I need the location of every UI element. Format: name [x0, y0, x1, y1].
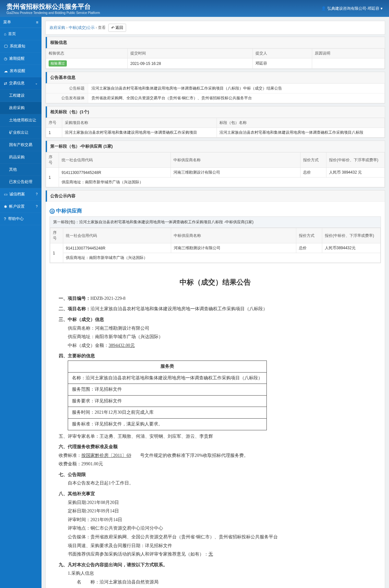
- basic-title: 公告基本信息: [46, 72, 385, 83]
- status-badge: 核验通过: [49, 60, 67, 67]
- sidebar-item-label: 首页: [8, 31, 16, 37]
- inner-sub: 第一标段(包)：沿河土家族自治县农村宅基地和集体建设用地房地一体调查确权工作采购…: [50, 217, 381, 228]
- article-title: 中标（成交）结果公告: [59, 276, 372, 289]
- content-title: 公告公示内容: [46, 190, 385, 202]
- winner-title: 第一标段（包）-中标供应商 (1家): [46, 141, 385, 152]
- winner-panel: 第一标段（包）-中标供应商 (1家) 序号 统一社会信用代码 中标供应商名称 报…: [45, 141, 385, 188]
- sidebar-subitem-4-2[interactable]: 土地使用权出让: [0, 114, 41, 127]
- breadcrumb-item: 查看: [98, 25, 106, 30]
- user-name: 弘典建设咨询有限公司-邓廷容: [327, 6, 379, 11]
- section-title: 相关标段（包）(1个): [46, 106, 385, 118]
- monitor-icon: 🖵: [4, 44, 8, 49]
- id-icon: ▭: [4, 192, 7, 197]
- announcement-article: 中标（成交）结果公告 一、项目编号：HDZB-2021-229-8 二、项目名称…: [46, 267, 385, 588]
- return-button[interactable]: ↶ 返回: [108, 24, 126, 32]
- sidebar-item-3[interactable]: ☁发布提醒: [0, 65, 41, 77]
- verify-panel: 核验信息 检验状态 提交时间 提交人 原因说明 核验通过 2021-09-15 …: [45, 37, 385, 69]
- kv-label: 公告发布媒体: [46, 93, 88, 103]
- sidebar-item-label: 诚信档案: [9, 191, 25, 197]
- section-panel: 相关标段（包）(1个) 序号 采购项目名称 标段（包）名称 1 沿河土家族自治县…: [45, 106, 385, 138]
- sidebar-item-2[interactable]: ◷逾期提醒: [0, 53, 41, 65]
- sidebar-subitem-4-7[interactable]: 已发公告处理: [0, 176, 41, 188]
- bell-icon: ☁: [4, 69, 8, 73]
- sidebar: 菜单 ≡ ⌂首页🖵系统通知◷逾期提醒☁发布提醒⇄交易信息⌄工程建设政府采购土地使…: [0, 17, 41, 588]
- sidebar-item-label: 帐户设置: [9, 204, 25, 209]
- breadcrumb: 政府采购 › 中标(成交)公示 › 查看 ↶ 返回: [45, 21, 385, 35]
- col-time: 提交时间: [127, 49, 253, 58]
- sidebar-subitem-4-3[interactable]: 矿业权出让: [0, 127, 41, 139]
- sidebar-subitem-4-1[interactable]: 政府采购: [0, 102, 41, 114]
- sidebar-item-label: 逾期提醒: [9, 56, 25, 61]
- col-by: 提交人: [253, 49, 312, 58]
- sidebar-item-4[interactable]: ⇄交易信息⌄: [0, 77, 41, 90]
- sidebar-item-label: 土地使用权出让: [9, 117, 36, 123]
- sidebar-item-label: 工程建设: [9, 93, 25, 98]
- sidebar-item-5[interactable]: ▭诚信档案?: [0, 188, 41, 201]
- sidebar-item-6[interactable]: ✱帐户设置?: [0, 201, 41, 213]
- sidebar-item-label: 发布提醒: [10, 68, 25, 74]
- kv-value: 贵州省政府采购网、全国公共资源交易平台（贵州省·铜仁市）、贵州省招标投标公共服务…: [88, 93, 385, 103]
- sidebar-item-label: 其他: [9, 167, 17, 172]
- chevron-icon: ⌄: [35, 81, 38, 85]
- sidebar-item-label: 矿业权出让: [9, 130, 29, 135]
- sidebar-item-label: 已发公告处理: [9, 179, 32, 185]
- sidebar-item-label: 国有产权交易: [9, 142, 32, 148]
- sidebar-item-7[interactable]: ?帮助中心: [0, 213, 41, 225]
- kv-value: 沿河土家族自治县农村宅基地和集体建设用地房地一体调查确权工作采购项目（八标段）中…: [88, 84, 385, 93]
- app-subtitle: GuiZhou Province Tendering and Bidding P…: [6, 11, 100, 15]
- sidebar-item-label: 政府采购: [9, 105, 25, 111]
- chevron-down-icon: ▾: [381, 6, 383, 11]
- col-reason: 原因说明: [312, 49, 384, 58]
- breadcrumb-item[interactable]: 政府采购: [50, 25, 65, 30]
- content-panel: 公告公示内容 ◎ 中标供应商 第一标段(包)：沿河土家族自治县农村宅基地和集体建…: [45, 190, 385, 588]
- sidebar-item-label: 交易信息: [9, 80, 25, 86]
- cell-time: 2021-09-15 16:28: [127, 58, 253, 69]
- recommend-link[interactable]: 无: [208, 552, 213, 557]
- sidebar-item-label: 帮助中心: [8, 216, 24, 222]
- sidebar-item-1[interactable]: 🖵系统通知: [0, 40, 41, 53]
- col-status: 检验状态: [46, 49, 128, 58]
- sidebar-item-label: 药品采购: [9, 154, 25, 160]
- gear-icon: ✱: [4, 204, 7, 209]
- user-icon: 👤: [321, 6, 326, 11]
- verify-title: 核验信息: [46, 37, 385, 48]
- info-icon: ?: [36, 192, 38, 196]
- bid-info-table: 服务类 名称：沿河土家族自治县农村宅基地和集体建设用地房地一体调查确权工作采购项…: [68, 361, 267, 430]
- home-icon: ⌂: [4, 32, 6, 36]
- swap-icon: ⇄: [4, 81, 7, 86]
- sidebar-subitem-4-4[interactable]: 国有产权交易: [0, 139, 41, 151]
- clock-icon: ◷: [4, 56, 7, 61]
- return-icon: ↶: [111, 26, 114, 30]
- help-icon: ?: [4, 217, 6, 221]
- basic-panel: 公告基本信息 公告标题沿河土家族自治县农村宅基地和集体建设用地房地一体调查确权工…: [45, 72, 385, 104]
- sidebar-item-label: 系统通知: [10, 43, 25, 49]
- cell-reason: [312, 58, 384, 69]
- sidebar-subitem-4-0[interactable]: 工程建设: [0, 90, 41, 102]
- inner-winner-heading: ◎ 中标供应商: [50, 206, 381, 216]
- app-header: 贵州省招标投标公共服务平台 GuiZhou Province Tendering…: [0, 0, 389, 17]
- user-menu[interactable]: 👤 弘典建设咨询有限公司-邓廷容 ▾: [321, 6, 383, 11]
- fee-standard-link[interactable]: 按国家黔价房〔2011〕69: [81, 453, 131, 458]
- sidebar-collapse-icon[interactable]: ≡: [36, 20, 38, 25]
- sidebar-heading: 菜单: [3, 19, 11, 25]
- target-icon: ◎: [50, 209, 55, 214]
- cell-by: 邓廷容: [253, 58, 312, 69]
- app-title: 贵州省招标投标公共服务平台: [6, 2, 100, 11]
- sidebar-subitem-4-6[interactable]: 其他: [0, 164, 41, 176]
- info-icon: ?: [36, 205, 38, 208]
- sidebar-subitem-4-5[interactable]: 药品采购: [0, 151, 41, 164]
- sidebar-item-0[interactable]: ⌂首页: [0, 28, 41, 40]
- kv-label: 公告标题: [46, 84, 88, 93]
- breadcrumb-item[interactable]: 中标(成交)公示: [69, 25, 95, 30]
- bid-amount-link[interactable]: 3894432.00元: [109, 343, 135, 348]
